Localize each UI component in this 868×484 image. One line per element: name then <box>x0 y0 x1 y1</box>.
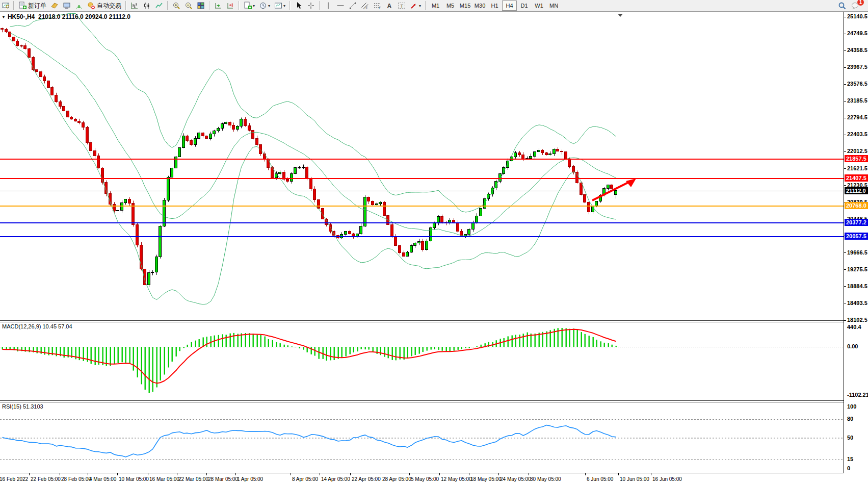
price-axis[interactable]: 25140.524749.524358.523967.523576.523185… <box>844 12 868 473</box>
price-chart-canvas[interactable] <box>0 12 844 320</box>
time-axis[interactable]: 16 Feb 202222 Feb 05:0028 Feb 05:004 Mar… <box>0 473 844 484</box>
macd-chart-canvas[interactable] <box>0 322 844 400</box>
time-tick-label: 18 May 05:00 <box>470 476 502 482</box>
text-tool[interactable]: A <box>384 1 395 11</box>
cursor-icon <box>295 2 303 10</box>
chart-shift-marker[interactable] <box>618 14 623 17</box>
auto-scroll-icon <box>214 2 222 10</box>
chart-shift-button[interactable] <box>225 1 236 11</box>
signal-icon <box>75 2 83 10</box>
crosshair-tool-button[interactable] <box>305 1 317 11</box>
zoom-in-button[interactable] <box>171 1 182 11</box>
level-lines[interactable] <box>0 159 844 237</box>
auto-trading-button[interactable]: 自动交易 <box>86 1 123 11</box>
time-tick <box>529 473 529 475</box>
time-tick <box>291 473 291 475</box>
rsi-axis-label: 80 <box>847 416 853 422</box>
fibonacci-tool[interactable]: F <box>372 1 383 11</box>
periods-dropdown[interactable]: ▾ <box>257 1 272 11</box>
tile-windows-button[interactable] <box>195 1 206 11</box>
separator <box>425 1 426 10</box>
vertical-line-tool[interactable] <box>323 1 334 11</box>
time-tick <box>235 473 236 475</box>
channel-tool[interactable]: E <box>359 1 371 11</box>
market-depth-button[interactable] <box>49 1 60 11</box>
line-chart-mode-button[interactable] <box>153 1 165 11</box>
macd-axis-bottom: -1102.21 <box>847 392 868 398</box>
rsi-axis-label: 0 <box>847 465 850 471</box>
label-t-icon: T <box>398 2 406 10</box>
candlestick-mode-button[interactable] <box>141 1 152 11</box>
time-tick-label: 10 Jun 05:00 <box>620 476 649 482</box>
price-tick <box>844 151 846 152</box>
trading-terminal-window: 新订单 自动交易 <box>0 0 868 484</box>
price-tick <box>844 50 846 51</box>
price-tick <box>844 286 846 287</box>
auto-trading-icon <box>87 2 95 10</box>
collapse-triangle-icon[interactable]: ▼ <box>2 15 6 19</box>
bar-chart-mode-button[interactable] <box>129 1 140 11</box>
signals-button[interactable] <box>73 1 85 11</box>
new-order-button[interactable]: 新订单 <box>17 1 48 11</box>
time-tick <box>29 473 30 475</box>
label-tool[interactable]: T <box>396 1 407 11</box>
toolbar: 新订单 自动交易 <box>0 0 868 12</box>
monitor-icon <box>63 2 71 10</box>
time-tick-label: 1 Apr 05:00 <box>237 476 263 482</box>
rsi-chart-canvas[interactable] <box>0 402 844 473</box>
new-chart-dropdown[interactable]: ▾ <box>242 1 256 11</box>
indicators-window-icon[interactable] <box>1 1 11 11</box>
timeframe-m15[interactable]: M15 <box>458 1 472 11</box>
time-tick-label: 16 Feb 2022 <box>0 476 28 482</box>
macd-axis-zero: 0.00 <box>847 343 858 349</box>
chevron-down-icon: ▾ <box>268 4 270 8</box>
candlestick-series <box>1 28 617 287</box>
terminal-button[interactable] <box>61 1 72 11</box>
templates-dropdown[interactable]: ▾ <box>273 1 287 11</box>
rsi-indicator-label: RSI(15) 51.3103 <box>2 403 43 410</box>
fibonacci-icon: F <box>373 2 381 10</box>
ohlc-values: 21018.0 21116.0 20924.0 21112.0 <box>38 13 130 20</box>
timeframe-h4[interactable]: H4 <box>502 1 517 11</box>
new-chart-icon <box>244 2 252 10</box>
price-tick-label: 19275.5 <box>847 266 867 272</box>
horizontal-line-tool[interactable] <box>335 1 346 11</box>
trendline-tool[interactable] <box>347 1 358 11</box>
separator <box>319 1 320 10</box>
price-tick-label: 22403.5 <box>847 131 867 137</box>
price-tick-label: 23967.5 <box>847 64 867 70</box>
timeframe-m30[interactable]: M30 <box>472 1 487 11</box>
timeframe-mn[interactable]: MN <box>546 1 561 11</box>
price-level-badge: 20768.0 <box>845 202 868 209</box>
separator <box>239 1 240 10</box>
price-tick-label: 25140.5 <box>847 13 867 19</box>
time-tick-label: 16 Jun 05:00 <box>652 476 682 482</box>
timeframe-d1[interactable]: D1 <box>517 1 532 11</box>
line-chart-icon <box>155 2 163 10</box>
time-tick-label: 22 Mar 05:00 <box>178 476 208 482</box>
timeframe-m5[interactable]: M5 <box>443 1 458 11</box>
time-tick <box>498 473 499 475</box>
timeframe-m1[interactable]: M1 <box>428 1 443 11</box>
price-tick-label: 18102.5 <box>847 317 867 323</box>
trend-arrow-annotation[interactable] <box>592 179 636 200</box>
search-icon <box>838 2 847 10</box>
search-button[interactable] <box>836 1 848 11</box>
timeframe-w1[interactable]: W1 <box>532 1 546 11</box>
crosshair-icon <box>307 2 315 10</box>
price-level-badge: 21857.5 <box>845 155 868 162</box>
auto-scroll-button[interactable] <box>213 1 224 11</box>
shapes-dropdown[interactable]: ▾ <box>408 1 423 11</box>
time-tick-label: 28 Feb 05:00 <box>61 476 91 482</box>
time-tick <box>88 473 88 475</box>
notifications-button[interactable]: 1 <box>849 1 861 11</box>
time-tick-label: 6 Jun 05:00 <box>587 476 613 482</box>
timeframe-h1[interactable]: H1 <box>487 1 502 11</box>
macd-indicator-label: MACD(12,26,9) 10.45 57.04 <box>2 323 72 329</box>
trendline-icon <box>349 2 357 10</box>
cursor-tool-button[interactable] <box>293 1 304 11</box>
time-tick-label: 12 May 05:00 <box>441 476 472 482</box>
price-tick <box>844 34 846 34</box>
zoom-out-button[interactable] <box>183 1 194 11</box>
time-tick <box>117 473 118 475</box>
